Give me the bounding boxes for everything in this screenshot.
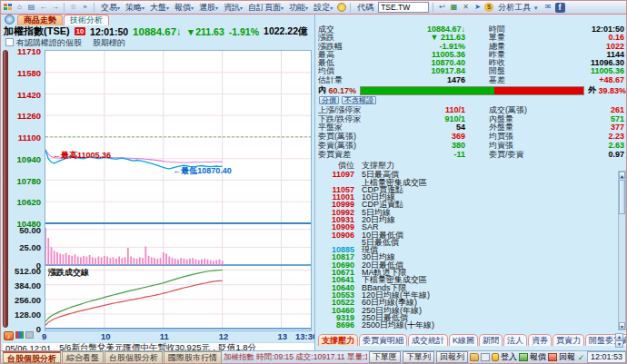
smiley-menu-icon[interactable] bbox=[337, 3, 346, 12]
quote-label: 委賣(萬張) bbox=[318, 142, 394, 151]
button-回報列[interactable]: 回報列 bbox=[436, 351, 468, 363]
quote-row: 委買賣差-11委買/委賣0.97 bbox=[318, 151, 626, 160]
pointer-icon[interactable]: ➤ bbox=[473, 3, 483, 12]
tab-支撐壓力[interactable]: 支撐壓力 bbox=[318, 334, 358, 346]
collapse-icon[interactable]: » bbox=[80, 3, 90, 12]
bottom-tab-國際股市行情[interactable]: 國際股市行情 bbox=[164, 351, 222, 364]
lock-icon[interactable] bbox=[492, 353, 499, 361]
stock-futures-link[interactable]: 股期標的 bbox=[93, 37, 125, 49]
tab-成交統計[interactable]: 成交統計 bbox=[408, 334, 448, 346]
quote-label: 均賣張 bbox=[489, 142, 562, 151]
quote-label: 均買張 bbox=[489, 133, 562, 142]
titlebar: ⌂ ▤ ← → ☆ » 交易▾策略▾大盤▾報價▾選股▾資訊▾自訂頁面▾功能▾設定… bbox=[1, 1, 627, 15]
tab-委買賣明細[interactable]: 委買賣明細 bbox=[359, 334, 407, 346]
tab-買賣力[interactable]: 買賣力 bbox=[552, 334, 584, 346]
excel-icon[interactable]: ▦ bbox=[449, 3, 459, 12]
app-grid-icon[interactable] bbox=[4, 4, 13, 12]
panel-tabs: 支撐壓力委買賣明細成交統計K線圖新聞法人資券買賣力開盤委買賣主力相關商...◀▼… bbox=[318, 333, 626, 346]
button-下單匣[interactable]: 下單匣 bbox=[369, 351, 401, 363]
intraday-chart[interactable]: ←最高11005.36←最低10870.40漲跌成交線 bbox=[45, 50, 312, 331]
corner-scrollbar[interactable]: ▲▼ bbox=[615, 333, 623, 349]
facebook-icon[interactable]: f bbox=[555, 3, 565, 13]
home-icon[interactable]: ⌂ bbox=[15, 3, 25, 12]
quote-value: 0.97 bbox=[562, 151, 626, 160]
code-label: 代碼 bbox=[354, 2, 376, 14]
menu-大盤[interactable]: 大盤▾ bbox=[147, 2, 172, 14]
symbol-input[interactable] bbox=[378, 2, 429, 13]
mail-icon[interactable]: ✉ bbox=[543, 3, 553, 12]
favorites-icon[interactable]: ☆ bbox=[68, 3, 78, 12]
chart-zone: 1171011580114201126011100109401078010620… bbox=[3, 48, 314, 331]
tab-技術分析[interactable]: 技術分析 bbox=[64, 15, 109, 25]
menu-報價[interactable]: 報價▾ bbox=[172, 2, 196, 14]
tab-法人[interactable]: 法人 bbox=[503, 334, 527, 346]
spacer bbox=[465, 25, 489, 34]
button-分價[interactable]: 分價 bbox=[319, 96, 339, 104]
button-不含權證[interactable]: 不含權證 bbox=[342, 96, 376, 104]
layout-icon[interactable]: ▤ bbox=[26, 3, 36, 12]
menu-設定[interactable]: 設定▾ bbox=[311, 2, 335, 14]
price-tick: 11420 bbox=[17, 90, 41, 100]
dollar-icon[interactable]: $ bbox=[484, 3, 493, 12]
scroll-down-icon[interactable]: ▼ bbox=[619, 322, 625, 330]
scroll-down-icon[interactable]: ▼ bbox=[615, 340, 623, 348]
scroll-up-icon[interactable]: ▲ bbox=[619, 172, 625, 179]
divider bbox=[433, 3, 433, 12]
quote-label: 昨量 bbox=[489, 51, 562, 59]
report-label[interactable]: 回報 bbox=[559, 351, 575, 363]
depth-badge[interactable]: 10 bbox=[75, 27, 85, 35]
chart-x-axis: ♪ 91011121313:30 bbox=[3, 331, 314, 341]
quote-row: 最低10870.40昨收11096.30 bbox=[318, 59, 626, 67]
list-item[interactable]: 86962500日均線(十年線) bbox=[318, 321, 626, 329]
tab-資券[interactable]: 資券 bbox=[528, 334, 552, 346]
login-status-icon[interactable] bbox=[519, 353, 528, 361]
quote-label[interactable]: 報價 bbox=[530, 351, 546, 363]
stats-icon[interactable] bbox=[15, 331, 24, 339]
menu-策略[interactable]: 策略▾ bbox=[123, 2, 147, 14]
divider bbox=[350, 3, 351, 12]
quote-label: 時間 bbox=[489, 25, 562, 34]
close-doc-icon[interactable]: ✕ bbox=[461, 3, 471, 12]
menu-自訂頁面[interactable]: 自訂頁面▾ bbox=[245, 2, 286, 14]
quote-value: 1476 bbox=[394, 76, 465, 84]
forward-icon[interactable]: → bbox=[50, 3, 60, 12]
bottom-tab-綜合看盤[interactable]: 綜合看盤 bbox=[62, 351, 104, 364]
checkbox-icon[interactable] bbox=[5, 38, 14, 46]
menu-交易[interactable]: 交易▾ bbox=[98, 2, 123, 14]
alert-bell-icon[interactable]: ♪ bbox=[4, 331, 14, 340]
quote-row: 下跌/跌停家910/1內盤量571 bbox=[318, 115, 626, 124]
menu-功能[interactable]: 功能▾ bbox=[286, 2, 311, 14]
tab-新聞[interactable]: 新聞 bbox=[479, 334, 503, 346]
high-annotation: ←最高11005.36 bbox=[53, 151, 111, 160]
left-scrollbar[interactable] bbox=[3, 50, 8, 328]
chevron-down-icon: ▾ bbox=[305, 5, 308, 11]
updown-volume-label: 漲跌成交線 bbox=[47, 268, 89, 277]
list-scrollbar[interactable]: ▲ ▼ bbox=[618, 171, 626, 330]
bottom-tab-台股個股分析[interactable]: 台股個股分析 bbox=[3, 351, 61, 363]
menu-選股[interactable]: 選股▾ bbox=[196, 2, 221, 14]
quote-label: 最低 bbox=[318, 59, 394, 67]
quote-status-icon[interactable] bbox=[548, 353, 557, 361]
panel-icon[interactable] bbox=[25, 331, 34, 339]
quote-row: 委買(萬張)369均買張2.23 bbox=[318, 133, 626, 142]
quote-label: 委買(萬張) bbox=[318, 133, 394, 142]
analysis-tools-menu[interactable]: 分析工具 ▼ bbox=[495, 2, 541, 14]
menu-資訊[interactable]: 資訊▾ bbox=[221, 2, 245, 14]
button-下單列[interactable]: 下單列 bbox=[403, 351, 434, 363]
bottom-tab-台股個股分析[interactable]: 台股個股分析 bbox=[104, 351, 163, 364]
export-icon[interactable]: ↩ bbox=[437, 3, 447, 12]
time-tick: 12 bbox=[219, 331, 229, 341]
quote-label: 基差 bbox=[489, 76, 562, 84]
window-icon[interactable] bbox=[481, 353, 490, 361]
quote-label: 外盤量 bbox=[489, 123, 562, 133]
login-label[interactable]: 登入 bbox=[501, 351, 517, 363]
spacer bbox=[465, 51, 489, 59]
scroll-thumb[interactable] bbox=[619, 180, 625, 214]
chevron-down-icon: ▾ bbox=[166, 5, 169, 11]
tab-K線圖[interactable]: K線圖 bbox=[449, 334, 478, 346]
back-icon[interactable]: ← bbox=[38, 3, 48, 12]
time-tick: 11 bbox=[160, 331, 169, 341]
support-resistance-list: 110975日最高價上檔量密集成交區11057CDP買進點1100110日均線1… bbox=[318, 171, 626, 330]
folder-icon[interactable] bbox=[470, 353, 479, 361]
scroll-up-icon[interactable]: ▲ bbox=[615, 333, 623, 340]
